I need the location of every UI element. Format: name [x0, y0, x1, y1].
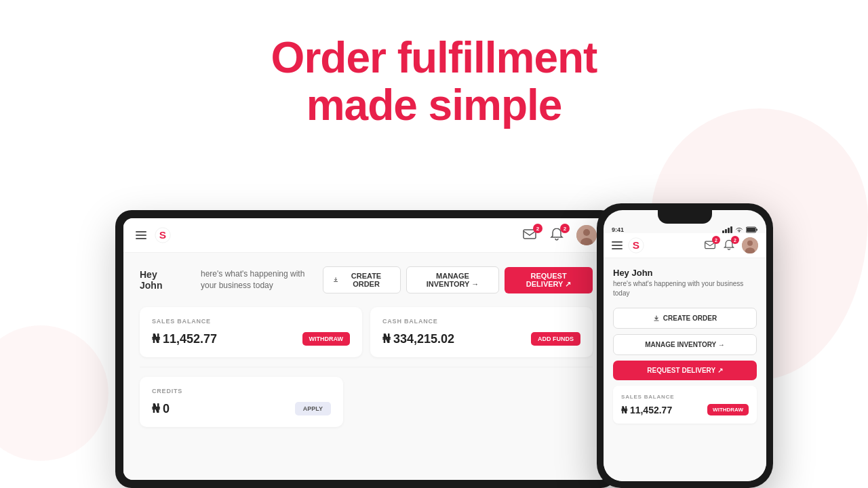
tablet-cards-row: SALES BALANCE ₦ 11,452.77 WITHDRAW CASH … [140, 307, 593, 357]
hero-line1: Order fulfillment [271, 33, 597, 82]
bell-badge: 2 [560, 224, 570, 233]
tablet-mockup: S 2 [115, 210, 617, 488]
tablet-content: Hey John here's what's happening with yo… [123, 253, 609, 480]
tablet-actions: CREATE ORDER MANAGE INVENTORY → REQUEST … [323, 266, 593, 293]
cash-balance-label: CASH BALANCE [382, 318, 580, 325]
tablet-screen: S 2 [123, 218, 609, 480]
phone-header: S 2 [604, 233, 766, 258]
phone-create-order-button[interactable]: CREATE ORDER [613, 308, 757, 329]
svg-text:S: S [633, 239, 639, 251]
cash-balance-value-row: ₦ 334,215.02 ADD FUNDS [382, 331, 580, 346]
logo-icon: S [155, 227, 171, 243]
credits-label: CREDITS [152, 388, 331, 394]
mail-badge: 2 [533, 224, 542, 233]
signal-icon [722, 226, 732, 233]
cash-balance-card: CASH BALANCE ₦ 334,215.02 ADD FUNDS [370, 307, 593, 357]
phone-header-right: 2 2 [704, 237, 758, 253]
hero-section: Order fulfillment made simple [0, 34, 868, 129]
phone-greeting: Hey John [613, 268, 757, 278]
bell-notification-icon[interactable]: 2 [549, 226, 567, 244]
request-delivery-button[interactable]: REQUEST DELIVERY ↗ [505, 267, 593, 293]
phone-mail-badge: 2 [712, 236, 720, 244]
phone-manage-inventory-button[interactable]: MANAGE INVENTORY → [613, 334, 757, 355]
sales-balance-value: ₦ 11,452.77 [152, 331, 217, 346]
tablet-divider [140, 367, 593, 367]
phone-request-delivery-button[interactable]: REQUEST DELIVERY ↗ [613, 361, 757, 380]
wifi-icon [735, 226, 743, 233]
user-avatar[interactable] [576, 225, 597, 245]
tablet-greeting: Hey John [140, 269, 187, 291]
svg-point-4 [583, 229, 590, 236]
tablet-header: S 2 [123, 218, 609, 253]
tablet-greeting-row: Hey John here's what's happening with yo… [140, 266, 593, 293]
phone-sales-row: ₦ 11,452.77 WITHDRAW [621, 404, 749, 415]
phone-mail-icon[interactable]: 2 [704, 239, 717, 252]
manage-inventory-button[interactable]: MANAGE INVENTORY → [406, 266, 499, 293]
phone-hamburger-icon[interactable] [612, 241, 623, 249]
phone-status-bar: 9:41 [604, 224, 766, 233]
phone-withdraw-button[interactable]: WITHDRAW [707, 404, 749, 415]
phone-logo-icon: S [628, 237, 644, 253]
svg-rect-8 [756, 229, 757, 231]
download-icon [333, 277, 338, 283]
hero-line2: made simple [307, 81, 562, 129]
greeting-name: John [140, 280, 187, 291]
tablet-header-right: 2 2 [522, 225, 597, 245]
phone-bell-icon[interactable]: 2 [723, 239, 736, 252]
tablet-header-left: S [136, 227, 171, 243]
phone-sales-value: ₦ 11,452.77 [621, 405, 672, 415]
svg-rect-7 [747, 228, 755, 232]
add-funds-button[interactable]: ADD FUNDS [531, 332, 580, 346]
phone-screen: 9:41 [604, 210, 766, 481]
phone-time: 9:41 [612, 226, 624, 233]
svg-text:S: S [159, 229, 166, 241]
mail-notification-icon[interactable]: 2 [522, 226, 540, 244]
battery-icon [746, 226, 758, 233]
svg-point-13 [747, 241, 753, 246]
apply-button[interactable]: APPLY [295, 402, 331, 415]
sales-balance-card: SALES BALANCE ₦ 11,452.77 WITHDRAW [140, 307, 362, 357]
phone-download-icon [653, 315, 660, 322]
phone-mockup: 9:41 [597, 203, 773, 488]
credits-value: ₦ 0 [152, 401, 170, 416]
create-order-button[interactable]: CREATE ORDER [323, 266, 401, 293]
tablet-subtitle: here's what's happening with your busine… [201, 268, 309, 291]
background-blob-left [0, 325, 108, 461]
greeting-hey: Hey [140, 269, 187, 280]
hamburger-icon[interactable] [136, 231, 146, 239]
cash-balance-value: ₦ 334,215.02 [382, 331, 454, 346]
sales-balance-label: SALES BALANCE [152, 318, 350, 325]
phone-subtitle: here's what's happening with your busine… [613, 279, 757, 298]
credits-card: CREDITS ₦ 0 APPLY [140, 377, 343, 427]
credits-value-row: ₦ 0 APPLY [152, 401, 331, 416]
sales-balance-value-row: ₦ 11,452.77 WITHDRAW [152, 331, 350, 346]
phone-sales-label: SALES BALANCE [621, 394, 749, 400]
phone-user-avatar[interactable] [742, 237, 758, 253]
withdraw-button[interactable]: WITHDRAW [302, 332, 351, 346]
phone-bell-badge: 2 [731, 236, 739, 244]
devices-container: S 2 [95, 197, 773, 488]
phone-notch [658, 210, 712, 224]
phone-status-icons [722, 226, 758, 233]
phone-header-left: S [612, 237, 644, 253]
phone-content: Hey John here's what's happening with yo… [604, 258, 766, 481]
phone-sales-balance-card: SALES BALANCE ₦ 11,452.77 WITHDRAW [613, 386, 757, 424]
